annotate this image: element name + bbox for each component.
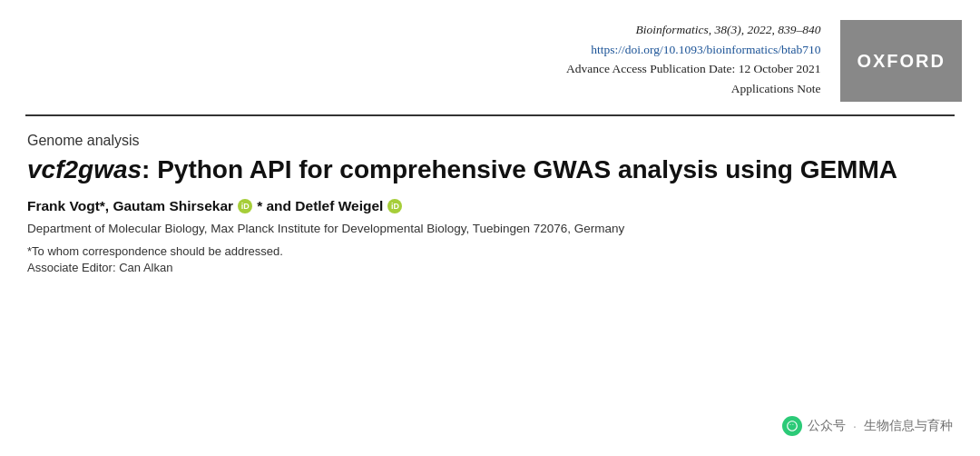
orcid-icon-1: iD bbox=[238, 199, 252, 213]
authors-line: Frank Vogt*, Gautam Shirsekar iD * and D… bbox=[27, 198, 953, 214]
main-content: Genome analysis vcf2gwas: Python API for… bbox=[0, 116, 980, 274]
doi-line: https://doi.org/10.1093/bioinformatics/b… bbox=[566, 40, 820, 60]
header-left bbox=[27, 20, 566, 102]
watermark-prefix: 公众号 bbox=[808, 418, 846, 434]
watermark: 公众号 · 生物信息与育种 bbox=[782, 416, 953, 436]
author-text-2: * and Detlef Weigel bbox=[257, 198, 383, 214]
journal-title: Bioinformatics, 38(3), 2022, 839–840 bbox=[635, 23, 820, 36]
watermark-channel: 生物信息与育种 bbox=[864, 418, 953, 434]
title-rest: : Python API for comprehensive GWAS anal… bbox=[142, 155, 897, 183]
orcid-icon-2: iD bbox=[387, 199, 402, 213]
page-wrapper: Bioinformatics, 38(3), 2022, 839–840 htt… bbox=[0, 0, 980, 456]
watermark-separator: · bbox=[853, 419, 857, 433]
journal-info: Bioinformatics, 38(3), 2022, 839–840 htt… bbox=[566, 20, 831, 98]
affiliation: Department of Molecular Biology, Max Pla… bbox=[27, 222, 953, 235]
oxford-logo: OXFORD bbox=[840, 20, 962, 102]
access-date: Advance Access Publication Date: 12 Octo… bbox=[566, 59, 820, 79]
correspondence: *To whom correspondence should be addres… bbox=[27, 244, 953, 258]
note-type: Applications Note bbox=[566, 79, 820, 99]
header-section: Bioinformatics, 38(3), 2022, 839–840 htt… bbox=[0, 0, 980, 102]
wechat-icon bbox=[782, 416, 802, 436]
author-text-1: Frank Vogt*, Gautam Shirsekar bbox=[27, 198, 233, 214]
section-label: Genome analysis bbox=[27, 133, 953, 149]
associate-editor: Associate Editor: Can Alkan bbox=[27, 261, 953, 274]
citation-text: Bioinformatics, 38(3), 2022, 839–840 bbox=[566, 20, 820, 40]
paper-title: vcf2gwas: Python API for comprehensive G… bbox=[27, 154, 953, 185]
doi-link[interactable]: https://doi.org/10.1093/bioinformatics/b… bbox=[591, 43, 820, 56]
title-italic-part: vcf2gwas bbox=[27, 155, 142, 183]
